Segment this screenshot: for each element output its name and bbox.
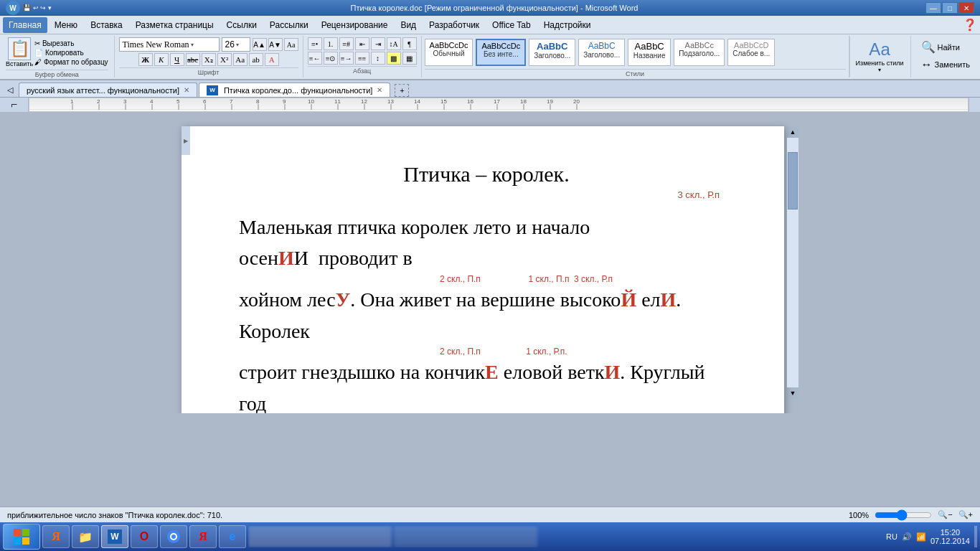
italic-button[interactable]: К (154, 53, 169, 66)
style-normal[interactable]: AaBbCcDc Обычный (425, 39, 473, 66)
strikethrough-button[interactable]: аbc (186, 53, 200, 66)
find-button[interactable]: 🔍Найти (917, 39, 974, 55)
svg-text:4: 4 (150, 98, 154, 105)
svg-text:12: 12 (361, 98, 367, 105)
linespacing-button[interactable]: ↕ (371, 52, 385, 65)
menu-insert[interactable]: Вставка (85, 17, 128, 33)
taskbar-yandex-button[interactable]: Я (189, 525, 217, 548)
shading-button[interactable]: ▩ (387, 52, 401, 65)
highlight-button[interactable]: ab (249, 53, 263, 66)
lang-indicator[interactable]: RU (886, 532, 897, 541)
taskbar-opera-button[interactable]: O (131, 525, 158, 548)
indent-decrease-button[interactable]: ⇤ (355, 37, 369, 50)
fontcolor-button[interactable]: A (265, 53, 279, 66)
taskbar-explorer-button[interactable]: 📁 (72, 525, 99, 548)
menu-home[interactable]: Главная (3, 17, 47, 33)
font-size-decrease[interactable]: A▼ (268, 38, 283, 51)
underline-button[interactable]: Ч (170, 53, 184, 66)
zoom-in-icon[interactable]: 🔍+ (958, 510, 973, 519)
menu-officetab[interactable]: Office Tab (486, 17, 537, 33)
svg-text:11: 11 (334, 98, 341, 105)
red-letter-2: У (336, 288, 351, 311)
bullets-button[interactable]: ≡• (308, 37, 322, 50)
menu-review[interactable]: Рецензирование (316, 17, 394, 33)
vertical-scrollbar[interactable]: ▲ ▼ (787, 126, 798, 399)
scroll-up-button[interactable]: ▲ (787, 126, 798, 138)
doc-paragraph[interactable]: Маленькая птичка королек лето и начало о… (239, 212, 734, 413)
border-button[interactable]: ▦ (402, 52, 417, 65)
text-line3a: строит гнездышко на кончик (239, 361, 485, 383)
scroll-down-button[interactable]: ▼ (787, 387, 798, 399)
paste-button[interactable]: 📋 Вставить (6, 37, 33, 67)
align-left-button[interactable]: ≡← (308, 52, 322, 65)
select-button[interactable]: ↗Выделить (917, 74, 974, 80)
style-heading1[interactable]: AaBbC Заголово... (529, 39, 575, 66)
indent-increase-button[interactable]: ⇥ (371, 37, 385, 50)
sort-button[interactable]: ↕A (387, 37, 401, 50)
taskbar-chrome-button[interactable] (160, 525, 187, 548)
show-marks-button[interactable]: ¶ (402, 37, 417, 50)
menu-developer[interactable]: Разработчик (423, 17, 485, 33)
tab2-close-icon[interactable]: ✕ (377, 86, 382, 94)
superscript-button[interactable]: X² (217, 53, 232, 66)
document-page: Птичка – королек. 3 скл., Р.п Маленькая … (182, 126, 784, 413)
menu-addins[interactable]: Надстройки (538, 17, 597, 33)
ruler-corner[interactable]: ⌐ (0, 98, 29, 112)
menu-references[interactable]: Ссылки (221, 17, 263, 33)
align-right-button[interactable]: ≡→ (339, 52, 354, 65)
multilevel-button[interactable]: ≡# (339, 37, 354, 50)
help-icon[interactable]: ❓ (963, 19, 977, 31)
menu-view[interactable]: Вид (395, 17, 422, 33)
tab-doc2[interactable]: W Птичка королек.до... функциональности]… (199, 83, 390, 97)
format-painter-button[interactable]: 🖌 Формат по образцу (34, 58, 108, 66)
scroll-thumb[interactable] (788, 152, 798, 209)
taskbar-ie-button[interactable]: e (219, 525, 246, 548)
menu-pagelayout[interactable]: Разметка страницы (130, 17, 220, 33)
svg-text:14: 14 (414, 98, 420, 105)
taskbar-browser-button[interactable]: Я (42, 525, 70, 548)
left-sidebar-toggle[interactable]: ▶ (182, 126, 190, 155)
volume-icon[interactable]: 🔊 (902, 532, 912, 542)
scroll-track[interactable] (787, 138, 798, 387)
zoom-out-icon[interactable]: 🔍− (938, 510, 952, 519)
style-subtitle[interactable]: AaBbCc Подзаголо... (674, 39, 725, 66)
textcase-button[interactable]: Aa (233, 53, 248, 66)
replace-button[interactable]: ↔Заменить (917, 57, 974, 72)
menu-menu[interactable]: Меню (49, 17, 83, 33)
justify-button[interactable]: ≡≡ (355, 52, 369, 65)
subscript-button[interactable]: X₂ (202, 53, 216, 66)
red-letter-3: Й (621, 288, 636, 311)
minimize-button[interactable]: — (925, 2, 941, 14)
paragraph-group: ≡• 1. ≡# ⇤ ⇥ ↕A ¶ ≡← ≡⊙ ≡→ ≡≡ ↕ ▩ ▦ Абза… (303, 36, 422, 77)
style-no-spacing[interactable]: AaBbCcDc Без инте... (476, 39, 526, 66)
window-controls[interactable]: — □ ✕ (925, 2, 974, 14)
font-size-increase[interactable]: A▲ (253, 38, 267, 51)
taskbar-word-button[interactable]: W (101, 525, 128, 548)
tab1-close-icon[interactable]: ✕ (184, 86, 189, 94)
clear-format-button[interactable]: Aa (284, 38, 298, 51)
tab-doc1[interactable]: русский язык аттест... функциональности]… (19, 83, 197, 97)
font-name-selector[interactable]: Times New Roman▾ (119, 37, 220, 52)
font-size-selector[interactable]: 26▾ (222, 37, 250, 52)
maximize-button[interactable]: □ (942, 2, 958, 14)
nav-left-icon[interactable]: ◁ (6, 83, 14, 97)
copy-button[interactable]: 📄 Копировать (34, 49, 108, 57)
taskbar-blurred-item1 (248, 526, 392, 547)
close-button[interactable]: ✕ (958, 2, 974, 14)
zoom-slider[interactable] (875, 509, 932, 521)
show-desktop-button[interactable] (974, 526, 977, 547)
svg-text:6: 6 (203, 98, 207, 105)
network-icon[interactable]: 📶 (916, 532, 926, 542)
menu-mailings[interactable]: Рассылки (264, 17, 314, 33)
style-heading2[interactable]: AaBbC Заголово... (578, 39, 625, 66)
numbering-button[interactable]: 1. (324, 37, 338, 50)
align-center-button[interactable]: ≡⊙ (324, 52, 338, 65)
cut-button[interactable]: ✂ Вырезать (34, 39, 108, 47)
style-subtle[interactable]: AaBbCcD Слабое в... (727, 39, 775, 66)
start-button[interactable] (3, 524, 40, 550)
bold-button[interactable]: Ж (138, 53, 153, 66)
style-title[interactable]: AaBbC Название (628, 39, 671, 66)
change-styles-button[interactable]: Аа Изменить стили ▾ (849, 36, 910, 77)
new-tab-button[interactable]: + (395, 84, 409, 97)
clock[interactable]: 15:20 07.12.2014 (930, 528, 970, 545)
